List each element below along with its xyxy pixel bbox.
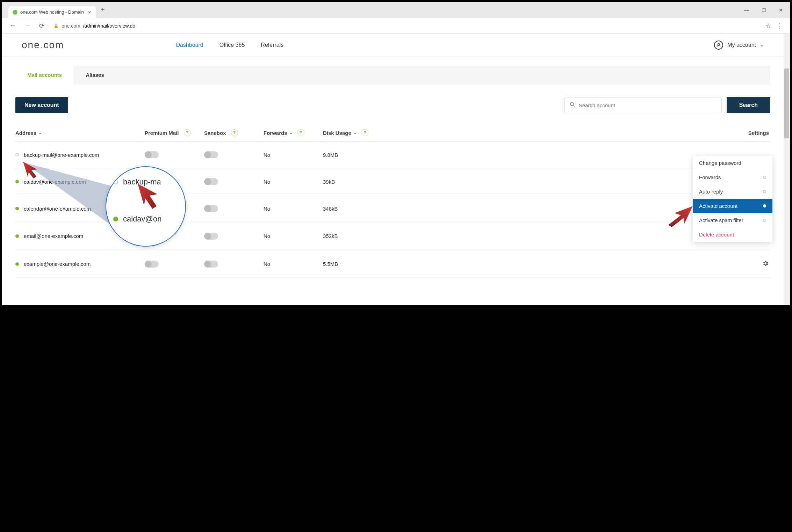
col-disk[interactable]: Disk Usage⌄? (323, 129, 382, 136)
sanebox-toggle[interactable] (204, 151, 218, 158)
browser-menu-icon[interactable]: ⋮ (775, 22, 784, 30)
new-tab-button[interactable]: + (99, 6, 107, 14)
status-dot-icon (15, 180, 19, 183)
titlebar: one.com Web hosting - Domain × + — ☐ ✕ (2, 2, 790, 18)
cell-premium (145, 261, 204, 268)
tab-mail-accounts[interactable]: Mail accounts (15, 66, 74, 85)
cell-disk: 348kB (323, 206, 382, 212)
status-dot-icon (15, 234, 19, 238)
premium-toggle[interactable] (145, 151, 159, 158)
svg-marker-5 (138, 184, 157, 209)
status-dot-icon (15, 262, 19, 266)
my-account-label: My account (727, 42, 756, 48)
cell-forwards: No (264, 233, 323, 239)
user-icon (714, 41, 723, 50)
cell-sanebox (204, 151, 264, 158)
sanebox-toggle[interactable] (204, 233, 218, 240)
search-button[interactable]: Search (727, 97, 770, 113)
col-forwards[interactable]: Forwards⌄? (264, 129, 323, 136)
svg-line-2 (573, 105, 575, 107)
address-text[interactable]: backup-mail@one-example.com (24, 152, 99, 158)
svg-marker-6 (668, 206, 693, 227)
sanebox-toggle[interactable] (204, 261, 218, 268)
cell-forwards: No (264, 152, 323, 158)
tab-aliases[interactable]: Aliases (74, 66, 116, 85)
col-address[interactable]: Address⌄ (15, 130, 145, 136)
table-header: Address⌄ Premium Mail? Sanebox? Forwards… (15, 124, 770, 141)
dd-activate-spam[interactable]: Activate spam filter (693, 213, 772, 227)
address-bar[interactable]: 🔒 one.com/admin/mail/overview.do (51, 23, 761, 29)
cell-sanebox (204, 205, 264, 212)
lens-row-2: caldav@on (113, 214, 178, 224)
search-icon (570, 102, 575, 109)
status-indicator-icon (763, 204, 766, 207)
dd-delete-account[interactable]: Delete account (693, 227, 772, 242)
tab-strip: one.com Web hosting - Domain × + (8, 4, 107, 16)
help-icon[interactable]: ? (361, 129, 368, 136)
svg-point-1 (570, 102, 574, 105)
nav-office365[interactable]: Office 365 (219, 42, 245, 48)
address-text[interactable]: example@one-example.com (24, 261, 91, 267)
lock-icon: 🔒 (53, 23, 59, 28)
back-icon[interactable]: ← (8, 21, 18, 30)
premium-toggle[interactable] (145, 261, 159, 268)
close-tab-icon[interactable]: × (87, 9, 93, 15)
browser-tab[interactable]: one.com Web hosting - Domain × (8, 6, 96, 18)
cell-forwards: No (264, 206, 323, 212)
nav-dashboard[interactable]: Dashboard (176, 42, 203, 48)
col-sanebox: Sanebox? (204, 129, 264, 136)
sanebox-toggle[interactable] (204, 178, 218, 185)
col-settings: Settings (748, 130, 770, 136)
help-icon[interactable]: ? (231, 129, 238, 136)
status-indicator-icon (763, 190, 766, 193)
cell-sanebox (204, 178, 264, 185)
cell-premium (145, 151, 204, 158)
dd-activate-account[interactable]: Activate account (693, 199, 772, 213)
actions-row: New account Search (15, 97, 770, 113)
status-indicator-icon (763, 219, 766, 222)
maximize-icon[interactable]: ☐ (759, 7, 768, 14)
url-path: /admin/mail/overview.do (83, 23, 135, 29)
cell-forwards: No (264, 261, 323, 267)
chevron-down-icon: ⌄ (353, 131, 357, 135)
site-header: one.com Dashboard Office 365 Referrals M… (2, 34, 784, 57)
status-indicator-icon (763, 176, 766, 179)
cell-disk: 39kB (323, 179, 382, 185)
site-logo[interactable]: one.com (22, 39, 64, 51)
forward-icon[interactable]: → (22, 21, 33, 30)
status-dot-icon (15, 153, 19, 156)
cell-sanebox (204, 233, 264, 240)
cell-sanebox (204, 261, 264, 268)
help-icon[interactable]: ? (297, 129, 304, 136)
svg-point-0 (718, 43, 720, 45)
close-window-icon[interactable]: ✕ (777, 7, 785, 14)
bookmark-star-icon[interactable]: ☆ (765, 22, 771, 30)
my-account-menu[interactable]: My account ⌄ (714, 41, 764, 50)
cell-disk: 9.8MB (323, 152, 382, 158)
cell-forwards: No (264, 179, 323, 185)
cell-address: backup-mail@one-example.com (15, 152, 145, 158)
dd-auto-reply[interactable]: Auto-reply (693, 184, 772, 199)
url-host: one.com (62, 23, 80, 29)
favicon-icon (13, 10, 17, 15)
scrollbar-thumb[interactable] (784, 68, 789, 138)
search-input[interactable] (579, 102, 717, 108)
dd-forwards[interactable]: Forwards (693, 170, 772, 184)
cell-disk: 352kB (323, 233, 382, 239)
sanebox-toggle[interactable] (204, 205, 218, 212)
search-field-wrap (564, 97, 722, 113)
chevron-down-icon: ⌄ (289, 131, 293, 135)
minimize-icon[interactable]: — (742, 7, 751, 14)
nav-referrals[interactable]: Referrals (261, 42, 283, 48)
reload-icon[interactable]: ⟳ (37, 21, 46, 30)
annotation-arrow-icon (134, 180, 162, 212)
scrollbar-track[interactable] (784, 34, 790, 305)
dd-change-password[interactable]: Change password (693, 156, 772, 170)
cell-address: example@one-example.com (15, 261, 145, 267)
window-controls: — ☐ ✕ (742, 7, 785, 14)
new-account-button[interactable]: New account (15, 97, 68, 113)
row-settings-button[interactable] (762, 260, 770, 268)
svg-marker-4 (23, 162, 37, 178)
status-dot-on-icon (113, 217, 118, 221)
help-icon[interactable]: ? (184, 129, 191, 136)
